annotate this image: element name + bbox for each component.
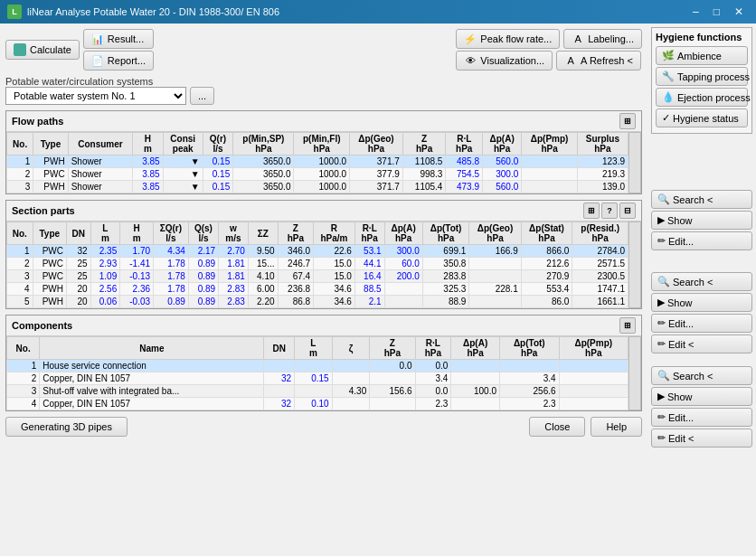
refresh-button[interactable]: A A Refresh < [556, 51, 641, 71]
flow-show-button[interactable]: ▶ Show [651, 211, 752, 230]
water-system-menu-button[interactable]: ... [190, 87, 214, 105]
table-row[interactable]: 4Copper, DIN EN 1057320.102.32.3 [7, 398, 628, 410]
table-row[interactable]: 3Shut-off valve with integrated ba...4.3… [7, 385, 628, 398]
comp-search-button[interactable]: 🔍 Search < [651, 366, 752, 385]
close-button-bottom[interactable]: Close [529, 417, 585, 437]
section-parts-right-buttons: 🔍 Search < ▶ Show ✏ Edit... ✏ Edit < [651, 272, 752, 355]
flow-paths-icon1[interactable]: ⊞ [619, 113, 636, 129]
table-row[interactable]: 4PWH202.562.361.780.892.836.00236.834.68… [7, 283, 628, 296]
report-icon: 📄 [91, 54, 104, 67]
table-row[interactable]: 1PWHShower3.85▼0.153650.01000.0371.71108… [7, 155, 628, 168]
section-parts-icon2[interactable]: ? [601, 203, 618, 219]
table-row[interactable]: 1House service connection0.00.0 [7, 360, 628, 372]
hygiene-section: Hygiene functions 🌿 Ambience 🔧 Tapping p… [651, 27, 752, 134]
flow-paths-scrollbar[interactable] [628, 132, 641, 193]
section-edit-button[interactable]: ✏ Edit... [651, 314, 752, 333]
refresh-icon: A [564, 54, 577, 67]
flow-edit-button[interactable]: ✏ Edit... [651, 231, 752, 250]
tapping-icon: 🔧 [662, 71, 675, 82]
flow-paths-title: Flow paths [12, 116, 63, 127]
flow-search-button[interactable]: 🔍 Search < [651, 190, 752, 209]
calculate-button[interactable]: Calculate [5, 40, 80, 60]
app-icon: L [7, 5, 22, 19]
labeling-icon: A [572, 33, 584, 45]
section-parts-scrollbar[interactable] [628, 221, 641, 308]
water-system-label: Potable water/circulation systems [5, 76, 638, 87]
comp-show-button[interactable]: ▶ Show [651, 387, 752, 406]
ambience-button[interactable]: 🌿 Ambience [656, 46, 748, 65]
comp-edit2-icon: ✏ [657, 432, 666, 444]
maximize-button[interactable]: □ [708, 4, 725, 20]
table-row[interactable]: 1PWC322.351.704.342.172.709.50346.022.65… [7, 245, 628, 258]
components-table: No. Name DN Lm ζ ZhPa R·LhPa Δp(A)hPa Δp… [6, 336, 628, 410]
components-icon1[interactable]: ⊞ [619, 317, 636, 334]
ejection-process-button[interactable]: 💧 Ejection process [656, 88, 748, 107]
peak-flow-button[interactable]: ⚡ Peak flow rate... [456, 29, 560, 49]
water-system-select[interactable]: Potable water system No. 1 [5, 87, 186, 105]
generate-3d-button[interactable]: Generating 3D pipes [5, 417, 128, 437]
section-edit2-icon: ✏ [657, 338, 666, 350]
comp-edit-button[interactable]: ✏ Edit... [651, 408, 752, 427]
table-row[interactable]: 2Copper, DIN EN 1057320.153.43.4 [7, 372, 628, 385]
comp-search-icon: 🔍 [657, 370, 670, 382]
report-button[interactable]: 📄 Report... [83, 51, 154, 71]
comp-edit-icon: ✏ [657, 411, 666, 423]
table-row[interactable]: 5PWH200.06-0.030.890.892.832.2086.834.62… [7, 296, 628, 308]
visualization-icon: 👁 [464, 54, 477, 67]
main-toolbar: Calculate 📊 Result... 📄 Report... ⚡ Peak… [5, 29, 642, 71]
section-parts-icon1[interactable]: ⊞ [583, 203, 600, 219]
flow-paths-right-buttons: 🔍 Search < ▶ Show ✏ Edit... [651, 190, 752, 252]
close-button[interactable]: ✕ [729, 4, 749, 20]
flow-paths-table: No. Type Consumer Hm Consipeak Q(r)l/s p… [6, 132, 628, 193]
components-title: Components [12, 320, 72, 331]
result-icon: 📊 [91, 33, 104, 45]
result-button[interactable]: 📊 Result... [83, 29, 154, 49]
table-row[interactable]: 2PWC252.93-1.411.780.891.8115...246.715.… [7, 258, 628, 270]
comp-show-icon: ▶ [657, 391, 665, 402]
section-show-button[interactable]: ▶ Show [651, 293, 752, 312]
table-row[interactable]: 3PWC251.09-0.131.780.891.814.1067.415.01… [7, 270, 628, 283]
section-edit-icon: ✏ [657, 317, 666, 329]
comp-edit2-button[interactable]: ✏ Edit < [651, 429, 752, 448]
section-parts-icon3[interactable]: ⊟ [619, 203, 636, 219]
table-row[interactable]: 3PWHShower3.85▼0.153650.01000.0371.71105… [7, 181, 628, 193]
labeling-button[interactable]: A Labeling... [563, 29, 642, 49]
window-title: liNear Analyse Potable Water 20 - DIN 19… [27, 6, 279, 17]
peak-flow-icon: ⚡ [464, 33, 477, 45]
table-row[interactable]: 2PWCShower3.85▼0.153650.01000.0377.9998.… [7, 168, 628, 181]
right-panel: Hygiene functions 🌿 Ambience 🔧 Tapping p… [647, 24, 756, 556]
section-parts-title: Section parts [12, 205, 75, 216]
flow-paths-section: Flow paths ⊞ No. Type Consumer Hm [5, 110, 642, 194]
flow-search-icon: 🔍 [657, 193, 670, 205]
hygiene-status-icon: ✓ [662, 112, 670, 124]
ejection-icon: 💧 [662, 91, 675, 103]
section-show-icon: ▶ [657, 297, 665, 308]
flow-edit-icon: ✏ [657, 235, 666, 247]
calculate-icon [14, 43, 26, 56]
section-parts-table: No. Type DN Lm Hm ΣQ(r)l/s Q(s)l/s wm/s … [6, 221, 628, 308]
section-parts-section: Section parts ⊞ ? ⊟ No. Type DN [5, 200, 642, 309]
flow-show-icon: ▶ [657, 214, 665, 226]
components-section: Components ⊞ No. Name DN Lm ζ [5, 315, 642, 411]
section-edit2-button[interactable]: ✏ Edit < [651, 335, 752, 353]
ambience-icon: 🌿 [662, 50, 675, 61]
hygiene-status-button[interactable]: ✓ Hygiene status [656, 108, 748, 127]
visualization-button[interactable]: 👁 Visualization... [456, 51, 553, 71]
tapping-process-button[interactable]: 🔧 Tapping process [656, 67, 748, 86]
section-search-button[interactable]: 🔍 Search < [651, 272, 752, 291]
hygiene-title: Hygiene functions [656, 32, 748, 42]
help-button[interactable]: Help [591, 417, 642, 437]
components-right-buttons: 🔍 Search < ▶ Show ✏ Edit... ✏ Edit < [651, 366, 752, 449]
minimize-button[interactable]: – [687, 4, 704, 20]
title-bar: L liNear Analyse Potable Water 20 - DIN … [0, 0, 756, 24]
section-search-icon: 🔍 [657, 276, 670, 287]
components-scrollbar[interactable] [628, 336, 641, 410]
